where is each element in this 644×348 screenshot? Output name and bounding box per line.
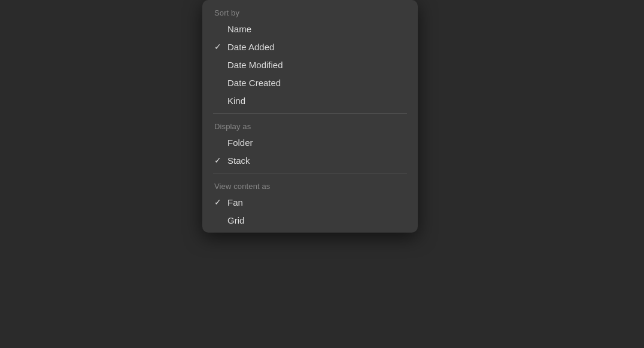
sort-date-modified-item[interactable]: ✓ Date Modified [202,56,418,74]
display-stack-item[interactable]: ✓ Stack [202,151,418,169]
sort-name-label: Name [227,24,406,34]
divider-1 [213,113,407,114]
sort-date-added-item[interactable]: ✓ Date Added [202,38,418,56]
divider-2 [213,173,407,173]
view-grid-item[interactable]: ✓ Grid [202,211,418,229]
view-content-as-header: View content as [202,177,418,193]
display-stack-label: Stack [227,155,406,166]
sort-date-added-check: ✓ [214,42,226,51]
sort-date-created-item[interactable]: ✓ Date Created [202,74,418,91]
view-fan-label: Fan [227,197,406,207]
sort-kind-item[interactable]: ✓ Kind [202,91,418,109]
sort-date-created-label: Date Created [227,78,406,88]
sort-by-header: Sort by [202,4,418,20]
view-grid-label: Grid [227,215,406,225]
context-menu: Sort by ✓ Name ✓ Date Added ✓ Date Modif… [202,0,418,233]
display-folder-item[interactable]: ✓ Folder [202,133,418,151]
view-fan-item[interactable]: ✓ Fan [202,193,418,211]
sort-date-added-label: Date Added [227,42,406,52]
sort-kind-label: Kind [227,96,406,106]
display-folder-label: Folder [227,138,406,148]
sort-date-modified-label: Date Modified [227,60,406,70]
sort-name-item[interactable]: ✓ Name [202,20,418,38]
display-stack-check: ✓ [214,155,226,165]
display-as-header: Display as [202,117,418,133]
view-fan-check: ✓ [214,197,226,207]
